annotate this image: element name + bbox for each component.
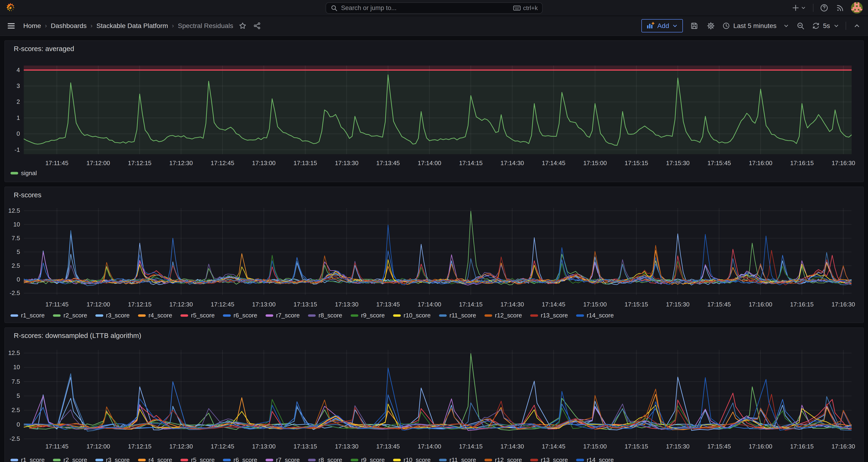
legend-swatch <box>223 314 230 317</box>
legend-label: r10_score <box>404 456 431 462</box>
svg-text:17:13:30: 17:13:30 <box>335 160 358 166</box>
legend-label: r12_score <box>495 456 522 462</box>
legend-swatch <box>439 314 447 317</box>
svg-text:2: 2 <box>17 99 20 105</box>
svg-text:17:12:15: 17:12:15 <box>128 160 152 166</box>
svg-text:17:13:00: 17:13:00 <box>252 301 276 308</box>
time-series-chart[interactable]: 12.5107.552.50-2.517:11:4517:12:0017:12:… <box>5 328 863 462</box>
svg-text:-2.5: -2.5 <box>9 435 20 442</box>
legend-item[interactable]: r6_score <box>223 456 257 462</box>
user-avatar[interactable] <box>851 2 863 14</box>
svg-text:10: 10 <box>13 221 20 227</box>
svg-text:7.5: 7.5 <box>12 235 20 241</box>
svg-text:17:16:00: 17:16:00 <box>749 301 772 308</box>
dashboard-grid: R-scores: averaged 43210-117:11:4517:12:… <box>0 36 868 462</box>
svg-text:17:14:00: 17:14:00 <box>417 301 441 308</box>
legend-item[interactable]: r5_score <box>181 456 215 462</box>
legend-item[interactable]: r5_score <box>181 312 215 319</box>
panel-title[interactable]: R-scores: downsampled (LTTB algorithm) <box>14 332 141 340</box>
svg-text:17:14:45: 17:14:45 <box>542 443 565 450</box>
legend-item[interactable]: r6_score <box>223 312 257 319</box>
legend-item[interactable]: r1_score <box>10 312 45 319</box>
nav-right-actions <box>791 2 868 14</box>
breadcrumb-folder[interactable]: Stackable Data Platform <box>96 22 168 30</box>
panel-r-scores-downsampled: R-scores: downsampled (LTTB algorithm) 1… <box>4 328 864 462</box>
legend-item[interactable]: r12_score <box>485 456 522 462</box>
share-button[interactable] <box>252 21 262 31</box>
legend-item[interactable]: r11_score <box>439 456 476 462</box>
legend-item[interactable]: r4_score <box>138 456 172 462</box>
legend-swatch <box>485 459 492 461</box>
svg-text:17:13:15: 17:13:15 <box>293 443 317 450</box>
legend-item[interactable]: r12_score <box>485 312 522 319</box>
help-button[interactable] <box>819 3 830 13</box>
mega-menu-toggle[interactable] <box>6 20 17 31</box>
legend-label: r5_score <box>191 456 215 462</box>
legend-item[interactable]: r8_score <box>308 312 342 319</box>
time-series-chart[interactable]: 12.5107.552.50-2.517:11:4517:12:0017:12:… <box>5 187 863 322</box>
breadcrumb-home[interactable]: Home <box>23 22 41 30</box>
legend-item[interactable]: r7_score <box>266 312 300 319</box>
legend-swatch <box>393 459 401 461</box>
legend-swatch <box>351 459 358 461</box>
legend-item[interactable]: signal <box>10 170 37 177</box>
svg-text:17:15:00: 17:15:00 <box>583 160 607 166</box>
keyboard-icon <box>513 4 521 12</box>
legend-label: r7_score <box>276 456 300 462</box>
new-item-button[interactable] <box>791 3 807 13</box>
panel-title[interactable]: R-scores <box>14 191 41 199</box>
global-search[interactable]: ctrl+k <box>326 2 543 14</box>
time-range-picker[interactable]: Last 5 minutes <box>722 22 789 30</box>
legend-item[interactable]: r4_score <box>138 312 172 319</box>
legend-item[interactable]: r13_score <box>530 456 568 462</box>
legend-label: r10_score <box>404 312 431 319</box>
legend-item[interactable]: r2_score <box>53 456 87 462</box>
legend-item[interactable]: r3_score <box>95 456 130 462</box>
svg-text:17:15:45: 17:15:45 <box>707 301 731 308</box>
svg-text:17:16:30: 17:16:30 <box>831 301 855 308</box>
legend-item[interactable]: r7_score <box>266 456 300 462</box>
legend-label: r6_score <box>234 312 257 319</box>
legend-item[interactable]: r14_score <box>576 456 614 462</box>
legend-swatch <box>351 314 358 317</box>
add-panel-button[interactable]: Add <box>641 19 683 32</box>
grafana-logo-icon[interactable] <box>5 2 16 14</box>
legend-item[interactable]: r9_score <box>351 456 385 462</box>
legend-item[interactable]: r10_score <box>393 312 431 319</box>
legend-swatch <box>308 459 316 461</box>
legend-swatch <box>53 459 61 461</box>
legend-item[interactable]: r11_score <box>439 312 476 319</box>
panel-title[interactable]: R-scores: averaged <box>14 45 74 53</box>
legend-item[interactable]: r13_score <box>530 312 568 319</box>
svg-text:17:12:15: 17:12:15 <box>128 443 152 450</box>
legend-item[interactable]: r10_score <box>393 456 431 462</box>
breadcrumb-dashboards[interactable]: Dashboards <box>51 22 87 30</box>
svg-text:0: 0 <box>17 421 20 428</box>
legend-swatch <box>181 459 188 461</box>
dashboard-settings-button[interactable] <box>706 21 716 31</box>
legend-item[interactable]: r3_score <box>95 312 130 319</box>
legend-swatch <box>138 314 146 317</box>
refresh-button[interactable]: 5s <box>812 22 840 30</box>
time-series-chart[interactable]: 43210-117:11:4517:12:0017:12:1517:12:301… <box>5 41 863 182</box>
svg-text:17:16:00: 17:16:00 <box>749 443 772 450</box>
add-button-label: Add <box>657 22 669 30</box>
svg-text:17:15:45: 17:15:45 <box>707 443 731 450</box>
svg-text:17:15:15: 17:15:15 <box>625 301 648 308</box>
legend-item[interactable]: r14_score <box>576 312 614 319</box>
favorite-star-button[interactable] <box>238 21 248 31</box>
legend-item[interactable]: r1_score <box>10 456 45 462</box>
collapse-toolbar-button[interactable] <box>852 21 862 30</box>
legend-item[interactable]: r2_score <box>53 312 87 319</box>
news-button[interactable] <box>835 3 846 13</box>
legend-item[interactable]: r9_score <box>351 312 385 319</box>
nav-divider <box>813 4 813 12</box>
search-input[interactable] <box>341 4 510 12</box>
save-dashboard-button[interactable] <box>689 21 700 31</box>
legend-item[interactable]: r8_score <box>308 456 342 462</box>
legend-label: r11_score <box>450 456 476 462</box>
svg-text:17:14:00: 17:14:00 <box>417 443 441 450</box>
legend-swatch <box>10 459 18 461</box>
legend-label: r2_score <box>63 312 87 319</box>
zoom-out-time-button[interactable] <box>795 21 806 31</box>
